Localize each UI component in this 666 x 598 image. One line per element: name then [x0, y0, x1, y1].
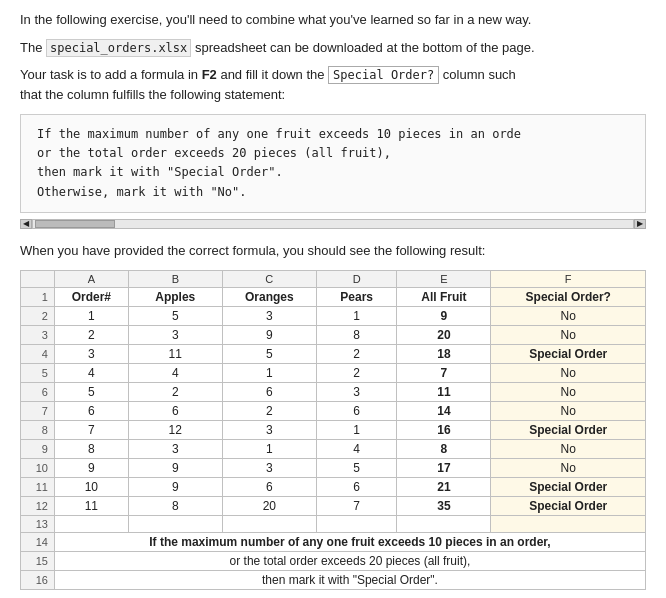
bottom-line-14: If the maximum number of any one fruit e… [149, 535, 550, 549]
scrollbar-thumb[interactable] [35, 220, 115, 228]
header-specialorder: Special Order? [491, 288, 646, 307]
scrollbar-right-arrow[interactable]: ▶ [634, 219, 646, 229]
main-container: In the following exercise, you'll need t… [20, 10, 646, 590]
data-header-row: 1 Order# Apples Oranges Pears All Fruit … [21, 288, 646, 307]
intro-paragraph-1: In the following exercise, you'll need t… [20, 10, 646, 30]
code-line-3: then mark it with "Special Order". [37, 163, 629, 182]
bottom-text-row-16: 16 then mark it with "Special Order". [21, 571, 646, 590]
bottom-text-row-15: 15 or the total order exceeds 20 pieces … [21, 552, 646, 571]
table-row: 10 9935 17 No [21, 459, 646, 478]
code-line-4: Otherwise, mark it with "No". [37, 183, 629, 202]
intro-paragraph-3: Your task is to add a formula in F2 and … [20, 65, 646, 104]
col-header-D: D [316, 271, 397, 288]
col-header-F: F [491, 271, 646, 288]
intro-line1: In the following exercise, you'll need t… [20, 12, 531, 27]
scrollbar-left-arrow[interactable]: ◀ [20, 219, 32, 229]
table-row: 4 31152 18 Special Order [21, 345, 646, 364]
intro-paragraph-2: The special_orders.xlsx spreadsheet can … [20, 38, 646, 58]
row-num-1: 1 [21, 288, 55, 307]
bottom-line-16: then mark it with "Special Order". [262, 573, 438, 587]
intro-line3-suffix: column such [439, 67, 516, 82]
corner-cell [21, 271, 55, 288]
col-header-B: B [128, 271, 222, 288]
cell-ref-bold: F2 [202, 67, 217, 82]
table-row: 5 4412 7 No [21, 364, 646, 383]
table-row: 7 6626 14 No [21, 402, 646, 421]
bottom-text-row-14: 14 If the maximum number of any one frui… [21, 533, 646, 552]
intro-line3-prefix: Your task is to add a formula in [20, 67, 202, 82]
header-order: Order# [54, 288, 128, 307]
table-row-empty: 13 [21, 516, 646, 533]
spreadsheet-wrapper: A B C D E F 1 Order# Apples Oranges Pear… [20, 270, 646, 590]
code-line-2: or the total order exceeds 20 pieces (al… [37, 144, 629, 163]
header-oranges: Oranges [222, 288, 316, 307]
table-row: 12 118207 35 Special Order [21, 497, 646, 516]
code-line-1: If the maximum number of any one fruit e… [37, 125, 629, 144]
intro-line2-prefix: The [20, 40, 46, 55]
header-allfruit: All Fruit [397, 288, 491, 307]
col-letter-row: A B C D E F [21, 271, 646, 288]
intro-line4: that the column fulfills the following s… [20, 87, 285, 102]
table-row: 3 2398 20 No [21, 326, 646, 345]
table-row: 8 71231 16 Special Order [21, 421, 646, 440]
col-header-C: C [222, 271, 316, 288]
intro-line3-middle: and fill it down the [217, 67, 328, 82]
intro-line2-suffix: spreadsheet can be downloaded at the bot… [191, 40, 534, 55]
col-header-E: E [397, 271, 491, 288]
col-header-A: A [54, 271, 128, 288]
header-pears: Pears [316, 288, 397, 307]
result-text: When you have provided the correct formu… [20, 241, 646, 261]
table-row: 6 5263 11 No [21, 383, 646, 402]
code-block: If the maximum number of any one fruit e… [20, 114, 646, 213]
horizontal-scrollbar[interactable]: ◀ ▶ [20, 219, 646, 229]
filename-code: special_orders.xlsx [46, 39, 191, 57]
bottom-line-15: or the total order exceeds 20 pieces (al… [230, 554, 471, 568]
header-apples: Apples [128, 288, 222, 307]
table-row: 11 10966 21 Special Order [21, 478, 646, 497]
table-row: 2 1531 9 No [21, 307, 646, 326]
spreadsheet-table: A B C D E F 1 Order# Apples Oranges Pear… [20, 270, 646, 590]
table-row: 9 8314 8 No [21, 440, 646, 459]
column-name-box: Special Order? [328, 66, 439, 84]
